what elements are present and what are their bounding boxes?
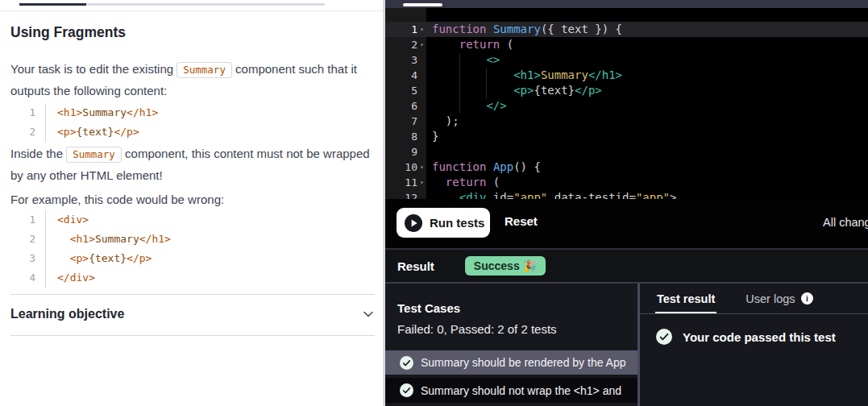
line-number: 5 <box>411 83 417 98</box>
doc-line-number: 2 <box>10 230 46 249</box>
editor-line[interactable]: 8} <box>385 129 868 144</box>
save-status-text: All changes saved <box>823 216 868 229</box>
code-token: > <box>670 191 676 199</box>
line-number: 6 <box>411 98 417 114</box>
editor-line[interactable]: 11▾ return ( <box>385 175 868 190</box>
test-result-message: Your code passed this test <box>683 330 836 344</box>
line-number: 11 <box>405 175 417 190</box>
learning-objective-accordion[interactable]: Learning objective <box>10 304 375 324</box>
doc-code-line: 4</div> <box>10 268 375 288</box>
code-token: } <box>432 130 438 143</box>
code-token: <div <box>459 191 487 199</box>
doc-line-number: 1 <box>10 210 46 230</box>
tab-test-result[interactable]: Test result <box>657 284 715 313</box>
tab-label: User logs <box>745 292 795 305</box>
tab-user-logs[interactable]: User logsi <box>745 284 812 313</box>
code-token: <> <box>486 53 500 66</box>
code-token <box>486 160 492 173</box>
check-circle-icon <box>656 329 672 345</box>
code-token: </div> <box>57 271 95 284</box>
example-paragraph: For example, this code would be wrong: <box>10 189 375 210</box>
results-section: Test Cases Failed: 0, Passed: 2 of 2 tes… <box>385 284 868 406</box>
line-number: 1 <box>411 22 417 37</box>
info-icon[interactable]: i <box>801 292 813 304</box>
editor-line[interactable]: 5 <p>{text}</p> <box>385 83 868 98</box>
editor-line[interactable]: 2▾ return ( <box>385 37 868 52</box>
code-token: Summary <box>493 23 541 35</box>
code-token: return <box>446 176 487 188</box>
chevron-down-icon[interactable] <box>362 308 375 321</box>
editor-line[interactable]: 4 <h1>Summary</h1> <box>385 68 868 83</box>
code-token <box>432 68 513 81</box>
code-token <box>486 23 492 35</box>
editor-line[interactable]: 6 </> <box>385 98 868 114</box>
doc-code-text: <p>{text}</p> <box>46 122 139 142</box>
section-divider <box>10 294 375 295</box>
editor-gutter-cell: 7 <box>385 114 426 129</box>
drag-handle[interactable] <box>403 3 442 6</box>
fold-arrow-icon[interactable]: ▾ <box>417 37 426 52</box>
fold-arrow-icon[interactable]: ▾ <box>417 175 426 190</box>
expected-output-code-block: 1<h1>Summary</h1>2<p>{text}</p> <box>10 103 375 142</box>
code-token: </p> <box>575 84 602 97</box>
lesson-progress-bar[interactable] <box>19 3 325 6</box>
doc-code-text: <p>{text}</p> <box>46 249 152 268</box>
run-tests-label: Run tests <box>430 216 484 230</box>
editor-gutter-cell: 12 <box>385 190 426 199</box>
tab-label: Test result <box>657 292 715 305</box>
editor-line[interactable]: 7 ); <box>385 114 868 129</box>
editor-gutter-cell: 2▾ <box>385 37 426 52</box>
editor-code-text: function Summary({ text }) { <box>426 22 622 37</box>
code-token: ( <box>500 38 513 51</box>
editor-line[interactable]: 9 <box>385 144 868 160</box>
code-token: </> <box>486 99 506 112</box>
page-title: Using Fragments <box>10 24 375 41</box>
run-tests-button[interactable]: Run tests <box>397 208 490 238</box>
editor-gutter-cell: 9 <box>385 144 426 160</box>
reset-button[interactable]: Reset <box>505 214 538 228</box>
test-detail-panel: Test resultUser logsi Your code passed t… <box>640 284 868 406</box>
doc-code-text: </div> <box>46 268 95 288</box>
code-token <box>432 191 459 199</box>
line-number: 4 <box>411 68 417 83</box>
code-token: </h1> <box>127 106 158 118</box>
line-number: 10 <box>405 160 417 175</box>
code-token: {text} <box>89 252 127 264</box>
inline-code-chip: Summary <box>177 62 232 78</box>
code-token <box>57 252 70 264</box>
check-circle-icon <box>400 383 413 397</box>
editor-code-text: function App() { <box>426 160 541 175</box>
fold-arrow-icon[interactable]: ▾ <box>417 160 426 175</box>
task-paragraph: Your task is to edit the existing Summar… <box>10 59 375 102</box>
panel-top-divider <box>0 10 385 11</box>
doc-code-line: 1<div> <box>10 210 375 230</box>
code-token: </h1> <box>588 68 622 81</box>
lesson-progress-fill <box>19 3 86 6</box>
code-token: ({ text }) { <box>541 23 622 35</box>
editor-line[interactable]: 3 <> <box>385 52 868 68</box>
test-cases-title: Test Cases <box>397 301 638 315</box>
svg-text:i: i <box>806 294 808 303</box>
editor-code-text: return ( <box>426 175 500 190</box>
editor-line[interactable]: 12 <div id="app" data-testid="app"> <box>385 190 868 199</box>
doc-code-line: 2 <h1>Summary</h1> <box>10 230 375 249</box>
fold-arrow-icon[interactable]: ▾ <box>417 22 426 37</box>
code-token: ); <box>432 114 459 127</box>
doc-code-text: <h1>Summary</h1> <box>46 103 158 122</box>
code-token: <h1> <box>57 106 82 118</box>
result-label: Result <box>397 259 434 273</box>
code-token <box>432 176 446 188</box>
test-case-row[interactable]: Summary should not wrap the <h1> and <box>385 378 638 403</box>
line-number: 9 <box>411 144 417 160</box>
test-case-list: Summary should be rendered by the AppSum… <box>385 350 638 403</box>
code-token: "app" <box>513 191 547 199</box>
doc-code-text: <h1>Summary</h1> <box>46 230 171 249</box>
code-editor[interactable]: 1▾function Summary({ text }) {2▾ return … <box>385 8 868 199</box>
test-result-message-row: Your code passed this test <box>656 329 868 345</box>
test-case-row[interactable]: Summary should be rendered by the App <box>385 350 638 375</box>
constraint-text-before: Inside the <box>10 147 63 160</box>
code-token: <div> <box>57 213 89 226</box>
editor-line[interactable]: 10▾function App() { <box>385 160 868 175</box>
doc-code-text: <div> <box>46 210 89 230</box>
editor-line[interactable]: 1▾function Summary({ text }) { <box>385 22 868 37</box>
